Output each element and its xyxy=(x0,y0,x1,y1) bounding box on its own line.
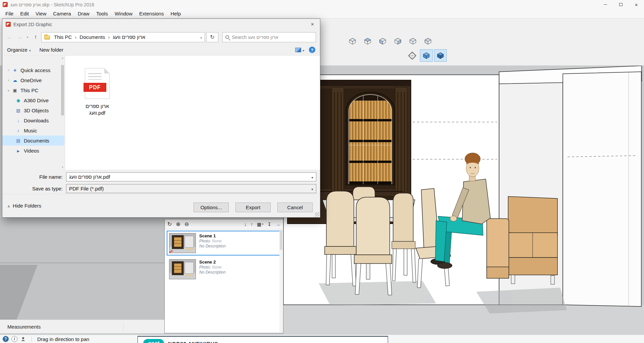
menu-tools[interactable]: Tools xyxy=(93,9,111,18)
folder-icon xyxy=(44,36,50,40)
move-scene-down-icon[interactable] xyxy=(244,222,247,227)
dialog-title: Export 2D Graphic xyxy=(13,22,52,27)
recent-locations-chevron-icon[interactable] xyxy=(25,33,30,42)
options-button[interactable]: Options... xyxy=(194,203,229,212)
minimize-button[interactable] xyxy=(598,0,613,9)
export-2d-graphic-dialog: Export 2D Graphic This PC Documents ארון… xyxy=(2,18,320,218)
scene-thumbnail[interactable] xyxy=(169,259,196,279)
new-folder-label: New folder xyxy=(39,47,63,53)
close-window-button[interactable] xyxy=(629,0,644,9)
file-label: ארון ספרים וועג.pdf xyxy=(70,103,125,116)
info-icon[interactable] xyxy=(11,336,17,342)
menu-view[interactable]: View xyxy=(32,9,50,18)
show-details-icon[interactable] xyxy=(267,222,271,227)
file-list[interactable]: PDF ארון ספרים וועג.pdf xyxy=(65,56,320,170)
scenes-scrollbar[interactable] xyxy=(279,230,283,333)
breadcrumb-item-this-pc[interactable]: This PC xyxy=(53,34,73,40)
iso-view-icon[interactable] xyxy=(346,35,359,47)
sidebar-item-label: Documents xyxy=(24,138,49,144)
save-as-type-dropdown[interactable]: PDF File (*.pdf) xyxy=(66,184,316,193)
dialog-titlebar[interactable]: Export 2D Graphic xyxy=(2,19,320,30)
menu-help[interactable]: Help xyxy=(167,9,184,18)
menu-file[interactable]: File xyxy=(2,9,17,18)
menu-window[interactable]: Window xyxy=(111,9,136,18)
quick-access-icon xyxy=(12,68,18,73)
monochrome-style-icon[interactable] xyxy=(434,49,447,62)
sidebar-item-quick-access[interactable]: Quick access xyxy=(2,65,64,75)
window-titlebar[interactable]: ארון ספרים וועג.skp - SketchUp Pro 2016 xyxy=(0,0,644,9)
remove-scene-icon[interactable] xyxy=(184,221,189,227)
help-button[interactable] xyxy=(309,47,315,53)
textured-style-icon[interactable] xyxy=(420,49,433,62)
eset-notification-popup[interactable]: eset NOD32 ANTIVIRUS xyxy=(138,336,388,343)
view-options-icon[interactable] xyxy=(257,222,263,227)
breadcrumb-dropdown-chevron-icon[interactable] xyxy=(200,34,203,40)
combobox-chevron-icon[interactable] xyxy=(309,186,316,191)
expander-chevron-icon[interactable] xyxy=(8,78,12,82)
search-box[interactable] xyxy=(222,32,316,42)
change-view-button[interactable] xyxy=(295,47,304,53)
back-view-icon[interactable] xyxy=(407,35,419,47)
dialog-close-button[interactable] xyxy=(305,19,320,30)
breadcrumb[interactable]: This PC Documents ארון ספרים וועג xyxy=(41,32,205,42)
scene-thumbnail[interactable] xyxy=(169,233,196,253)
onedrive-cloud-icon xyxy=(12,78,18,83)
add-scene-icon[interactable] xyxy=(176,221,180,227)
caret-down-icon xyxy=(29,47,31,53)
sidebar-item-downloads[interactable]: Downloads xyxy=(2,115,64,125)
file-item-pdf[interactable]: PDF ארון ספרים וועג.pdf xyxy=(65,56,132,129)
file-name-label: File name: xyxy=(2,174,63,180)
scrollbar-thumb[interactable] xyxy=(61,65,64,115)
position-camera-icon[interactable] xyxy=(406,49,419,62)
resize-grip[interactable] xyxy=(315,212,319,217)
top-view-icon[interactable] xyxy=(361,35,374,47)
scenes-toolbar xyxy=(165,219,283,229)
left-view-icon[interactable] xyxy=(422,35,434,47)
move-scene-up-icon[interactable] xyxy=(251,222,253,227)
divider xyxy=(123,321,123,332)
file-name-combobox[interactable] xyxy=(66,172,316,181)
menu-edit[interactable]: Edit xyxy=(17,9,32,18)
user-account-icon[interactable] xyxy=(20,336,26,342)
organize-button[interactable]: Organize xyxy=(7,47,31,53)
sidebar-item-3d-objects[interactable]: 3D Objects xyxy=(2,105,64,115)
combobox-chevron-icon[interactable] xyxy=(309,174,316,180)
front-view-icon[interactable] xyxy=(376,35,389,47)
scene-list-item[interactable]: Scene 1 Photo: None No Description xyxy=(167,231,281,255)
sidebar-item-documents[interactable]: Documents xyxy=(2,135,64,146)
breadcrumb-item-current-folder[interactable]: ארון ספרים וועג xyxy=(111,34,147,40)
back-button[interactable] xyxy=(5,33,14,42)
sidebar-item-onedrive[interactable]: OneDrive xyxy=(2,75,64,85)
instructor-help-icon[interactable] xyxy=(3,336,9,342)
up-one-level-button[interactable] xyxy=(31,33,40,42)
file-name-input[interactable] xyxy=(66,174,309,180)
sidebar-item-this-pc[interactable]: This PC xyxy=(2,85,64,95)
expander-chevron-icon[interactable] xyxy=(8,88,12,93)
sidebar-item-music[interactable]: Music xyxy=(2,125,64,135)
hide-folders-button[interactable]: Hide Folders xyxy=(7,203,41,209)
new-folder-button[interactable]: New folder xyxy=(39,47,63,53)
sidebar-item-a360-drive[interactable]: A360 Drive xyxy=(2,95,64,105)
update-scene-icon[interactable] xyxy=(167,221,172,227)
refresh-icon xyxy=(210,34,214,40)
refresh-button[interactable] xyxy=(206,32,218,42)
menu-extensions[interactable]: Extensions xyxy=(136,9,167,18)
play-scene-icon[interactable] xyxy=(275,221,280,227)
sidebar-item-videos[interactable]: Videos xyxy=(2,146,64,156)
breadcrumb-item-documents[interactable]: Documents xyxy=(78,34,106,40)
menu-draw[interactable]: Draw xyxy=(74,9,93,18)
menu-camera[interactable]: Camera xyxy=(50,9,74,18)
right-view-icon[interactable] xyxy=(391,35,404,47)
measurements-bar: Measurements xyxy=(0,320,164,333)
maximize-button[interactable] xyxy=(613,0,629,9)
export-button[interactable]: Export xyxy=(235,203,271,212)
search-input[interactable] xyxy=(232,35,313,40)
music-icon xyxy=(15,128,21,133)
expander-chevron-icon[interactable] xyxy=(8,68,12,72)
scene-list-item[interactable]: Scene 2 Photo: None No Description xyxy=(167,257,281,282)
forward-button[interactable] xyxy=(15,33,24,42)
sidebar-scrollbar[interactable] xyxy=(61,56,64,169)
scroll-down-icon[interactable] xyxy=(61,166,64,169)
cancel-button[interactable]: Cancel xyxy=(277,203,313,212)
scroll-up-icon[interactable] xyxy=(61,56,64,60)
